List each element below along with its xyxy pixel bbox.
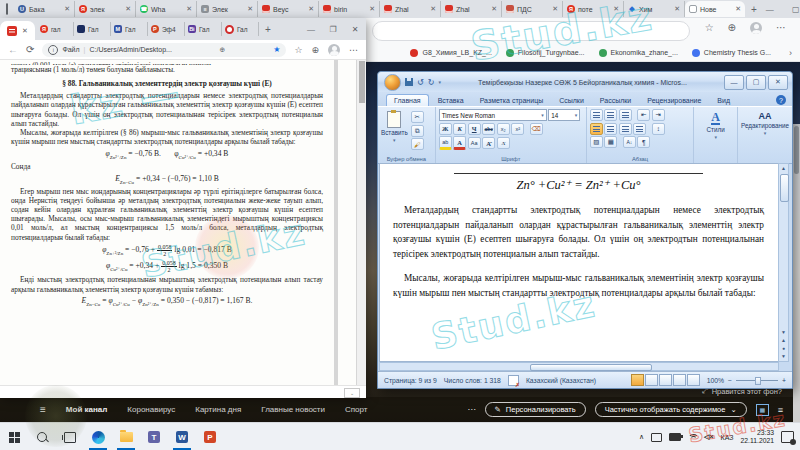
close-tab-icon[interactable]: ✕ bbox=[308, 5, 314, 13]
sort-button[interactable]: А↓ bbox=[623, 136, 636, 148]
close-tab-icon[interactable]: ✕ bbox=[613, 5, 619, 13]
browser-tab-Wha[interactable]: ☎Wha✕ bbox=[136, 1, 197, 17]
minimize-icon[interactable]: — bbox=[300, 21, 322, 37]
spellcheck-icon[interactable] bbox=[508, 375, 519, 386]
next-page-icon[interactable]: ▼ bbox=[779, 353, 788, 359]
browser-tab-ПДС[interactable]: ПДС✕ bbox=[502, 1, 563, 17]
outline-view-button[interactable] bbox=[673, 374, 686, 386]
close-tab-icon[interactable]: ✕ bbox=[186, 5, 192, 13]
task-view-icon[interactable] bbox=[56, 424, 84, 450]
increase-indent-button[interactable]: ⇥ bbox=[652, 109, 665, 121]
news-tab-4[interactable]: Главные новости bbox=[261, 405, 325, 414]
tab-search-icon[interactable] bbox=[6, 3, 8, 15]
tray-chevron-icon[interactable]: ∧ bbox=[639, 433, 644, 441]
multilevel-list-button[interactable] bbox=[619, 109, 632, 121]
font-name-combobox[interactable]: Times New Roman▾ bbox=[439, 109, 547, 121]
ribbon-tab-Главная[interactable]: Главная bbox=[386, 94, 429, 106]
browser-tab-Гал[interactable]: MГал bbox=[111, 22, 148, 36]
close-tab-icon[interactable]: ✕ bbox=[22, 27, 28, 35]
chevron-down-icon[interactable]: ⌄ bbox=[344, 388, 360, 398]
line-spacing-button[interactable]: ↕ bbox=[652, 123, 665, 135]
change-case-button[interactable]: Aa bbox=[468, 137, 481, 149]
browser-tab-элек[interactable]: Яэлек✕ bbox=[75, 1, 136, 17]
browser-tab-Гал[interactable]: ВіГал bbox=[185, 22, 222, 36]
close-tab-icon[interactable]: ✕ bbox=[674, 5, 680, 13]
ribbon-tab-Разметка страницы[interactable]: Разметка страницы bbox=[473, 95, 551, 106]
ribbon-tab-Ссылки[interactable]: Ссылки bbox=[552, 95, 591, 106]
ribbon-tab-Вид[interactable]: Вид bbox=[710, 95, 737, 106]
language-indicator[interactable]: Казахский (Казахстан) bbox=[526, 377, 596, 384]
close-icon[interactable]: ✕ bbox=[344, 21, 366, 37]
start-button[interactable] bbox=[0, 424, 28, 450]
redo-icon[interactable]: ↻ bbox=[428, 78, 435, 87]
browser-tab-Бака[interactable]: UБака✕ bbox=[14, 1, 75, 17]
notification-center-icon[interactable] bbox=[781, 431, 794, 443]
font-color-button[interactable]: А bbox=[453, 136, 466, 150]
draft-view-button[interactable] bbox=[687, 374, 700, 386]
search-icon[interactable] bbox=[28, 424, 56, 450]
collections-icon[interactable]: ⊕ bbox=[728, 22, 736, 34]
profile-avatar[interactable] bbox=[328, 44, 340, 56]
clear-formatting-button[interactable]: ⌫ bbox=[530, 123, 543, 135]
browser-tab-Веус[interactable]: Веус✕ bbox=[258, 1, 319, 17]
bold-button[interactable]: Ж bbox=[439, 123, 452, 135]
close-tab-icon[interactable]: ✕ bbox=[247, 5, 253, 13]
decrease-indent-button[interactable]: ⇤ bbox=[637, 109, 650, 121]
subscript-button[interactable]: x₂ bbox=[497, 123, 510, 135]
address-bar[interactable]: i Файл | C:/Users/Admin/Desktop... ⊕ ★ bbox=[42, 43, 286, 57]
zoom-in-icon[interactable]: + bbox=[782, 377, 786, 384]
close-tab-icon[interactable]: ✕ bbox=[430, 5, 436, 13]
bookmark-star-icon[interactable]: ★ bbox=[273, 45, 280, 54]
paste-button[interactable]: Вставить▾ bbox=[381, 109, 408, 150]
partial-content-button[interactable]: Частично отображать содержимое ⌄ bbox=[595, 402, 747, 417]
page-indicator[interactable]: Страница: 9 из 9 bbox=[384, 377, 437, 384]
wifi-icon[interactable] bbox=[688, 434, 697, 440]
align-center-button[interactable] bbox=[604, 123, 617, 135]
zoom-out-icon[interactable]: − bbox=[728, 377, 732, 384]
news-tab-3[interactable]: Картина дня bbox=[195, 405, 241, 414]
more-menu-icon[interactable]: ⋯ bbox=[349, 45, 358, 55]
battery-icon[interactable] bbox=[669, 433, 681, 441]
font-size-combobox[interactable]: 14▾ bbox=[548, 109, 580, 121]
close-icon[interactable]: ✕ bbox=[768, 75, 788, 90]
underline-button[interactable]: Ч bbox=[468, 123, 481, 135]
find-button[interactable]: АА Редактирование▾ bbox=[741, 109, 789, 136]
favorite-item[interactable]: Chemistry Thesis G... bbox=[692, 49, 771, 57]
print-layout-view-button[interactable] bbox=[631, 374, 644, 386]
strikethrough-button[interactable]: abc bbox=[482, 123, 495, 135]
browser-tab-birin[interactable]: birin✕ bbox=[319, 1, 380, 17]
superscript-button[interactable]: x² bbox=[511, 123, 524, 135]
browser-tab-Zhal[interactable]: Zhal✕ bbox=[441, 1, 502, 17]
refresh-icon[interactable]: ⟳ bbox=[26, 44, 34, 55]
fullscreen-view-button[interactable] bbox=[645, 374, 658, 386]
volume-muted-icon[interactable]: ◁× bbox=[704, 433, 713, 441]
browser-tab-Эф4[interactable]: PЭф4 bbox=[148, 22, 185, 36]
clock[interactable]: 23:33 22.11.2021 bbox=[740, 429, 774, 445]
help-icon[interactable]: ? bbox=[776, 95, 786, 105]
display-icon[interactable] bbox=[651, 433, 662, 442]
close-tab-icon[interactable]: ✕ bbox=[552, 5, 558, 13]
highlight-color-button[interactable]: ab bbox=[439, 136, 452, 150]
maximize-icon[interactable]: ▢ bbox=[746, 75, 766, 90]
taskbar-teams-icon[interactable]: T bbox=[140, 424, 168, 450]
undo-icon[interactable]: ↺ bbox=[417, 78, 424, 87]
borders-button[interactable]: ▦ bbox=[604, 136, 617, 148]
justify-button[interactable] bbox=[633, 123, 646, 135]
news-tab-5[interactable]: Спорт bbox=[345, 405, 368, 414]
collections-icon[interactable]: ⊕ bbox=[311, 45, 319, 55]
favorite-item[interactable]: Filosofij_Turgynbae... bbox=[506, 49, 585, 57]
word-count[interactable]: Число слов: 1 318 bbox=[444, 377, 501, 384]
pilcrow-button[interactable]: ¶ bbox=[637, 136, 650, 148]
ribbon-tab-Рецензирование[interactable]: Рецензирование bbox=[640, 95, 708, 106]
active-pdf-tab[interactable]: ✕ bbox=[0, 21, 35, 40]
taskbar-word-icon[interactable]: W bbox=[168, 424, 196, 450]
back-icon[interactable]: ← bbox=[8, 44, 18, 55]
ribbon-tab-Вставка[interactable]: Вставка bbox=[431, 95, 471, 106]
align-left-button[interactable] bbox=[590, 123, 603, 135]
browser-tab-гал[interactable]: Ягал bbox=[37, 22, 74, 36]
feed-list-icon[interactable]: ≡ bbox=[778, 405, 783, 415]
select-browse-icon[interactable]: ● bbox=[779, 345, 788, 351]
format-painter-icon[interactable]: 🖌 bbox=[411, 138, 424, 150]
news-tab-1[interactable]: Мой канал bbox=[66, 405, 108, 414]
news-tab-2[interactable]: Коронавирус bbox=[127, 405, 175, 414]
